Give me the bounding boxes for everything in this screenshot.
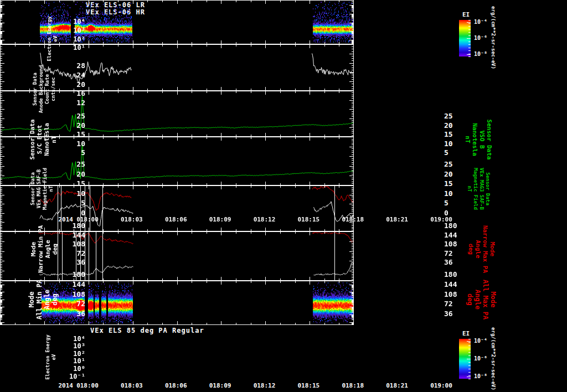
axis-label-line: All Max PA: [482, 279, 489, 319]
colorbar-minor-tick: [468, 29, 471, 30]
y-tick-label-right: 25: [444, 160, 470, 168]
colorbar-minor-tick: [468, 44, 471, 45]
vex-mag-saf-b-magnetic-field-right-axis-label: Sensor DataVEx MAG3 SAF-BMagnetic Fieldn…: [466, 168, 491, 210]
colorbar-minor-tick: [468, 48, 471, 48]
axis-label-line: Angle: [43, 279, 51, 319]
y-tick-label-left: 15: [60, 130, 85, 138]
y-tick-label-left: 10¹: [60, 357, 85, 365]
axis-label-line: Nanotesla: [471, 119, 478, 159]
colorbar-minor-tick: [468, 20, 471, 20]
colorbar-minor-tick: [468, 352, 471, 353]
axis-label-line: Narrow Min PA: [37, 225, 44, 272]
axis-label-line: deg: [51, 225, 59, 272]
y-tick-label-right: 72: [444, 249, 470, 257]
axis-label-line: Angle: [44, 225, 51, 272]
y-tick-label-left: 10⁴: [60, 18, 85, 25]
time-tick-label-bot: 018:06: [158, 382, 194, 389]
y-tick-label-left: 10: [60, 140, 85, 148]
y-tick-label-right: 36: [444, 258, 470, 266]
axis-label-line: nT: [48, 168, 54, 210]
y-tick-label-left: 144: [60, 280, 85, 288]
axis-label-line: Mode: [489, 225, 496, 272]
time-tick-label-bot: 018:15: [291, 382, 326, 389]
axis-label-line: cnts/sec: [50, 65, 56, 114]
y-tick-label-left: 12: [60, 99, 85, 107]
axis-label-line: VEx MAG3 SAF-B: [478, 168, 484, 210]
colorbar-minor-tick: [468, 362, 471, 363]
colorbar-minor-tick: [468, 379, 471, 379]
y-tick-label-left: 10³: [60, 342, 85, 350]
colorbar-minor-tick: [468, 365, 471, 366]
axis-label-line: Nanotesla: [43, 119, 50, 159]
y-tick-label-left: 10: [60, 189, 85, 198]
axis-label-line: S/C Btot: [36, 119, 43, 159]
y-tick-label-left: 144: [60, 231, 85, 239]
colorbar-major-tick: [467, 376, 471, 377]
axis-label-line: Mode: [489, 279, 497, 319]
axis-label-line: Magnetic Field: [472, 168, 478, 210]
colorbar-minor-tick: [468, 375, 471, 376]
y-tick-label-left: 0: [60, 209, 85, 217]
y-tick-label-left: 28: [60, 61, 85, 70]
y-tick-label-left: 108: [60, 290, 85, 298]
colorbar-bottom-unit: erg/(cm**2-sr-sec-eV): [491, 327, 496, 390]
time-tick-label-bot: 018:18: [335, 382, 370, 389]
y-tick-label-left: 72: [60, 300, 85, 308]
colorbar-major-tick: [467, 38, 471, 39]
axis-label-line: nT: [50, 119, 58, 159]
y-tick-label-left: 25: [60, 112, 85, 120]
colorbar-minor-tick: [468, 339, 471, 339]
colorbar-minor-tick: [468, 23, 471, 24]
y-tick-label-left: 36: [60, 310, 85, 318]
colorbar-minor-tick: [468, 345, 471, 346]
axis-label-line: Narrow Max PA: [482, 225, 489, 272]
y-tick-label-right: 0: [444, 209, 470, 217]
time-tick-label-mid: 018:12: [247, 216, 282, 223]
colorbar-minor-tick: [468, 355, 471, 356]
y-tick-label-left: 20: [60, 170, 85, 178]
colorbar-top-unit: erg/(cm**2-sr-sec-eV): [491, 6, 496, 69]
time-tick-label-mid: 018:03: [114, 216, 150, 223]
y-tick-label-left: 10²: [60, 35, 85, 43]
y-tick-label-left: 15: [60, 179, 85, 188]
colorbar-bottom-label: EI: [458, 330, 474, 337]
axis-label-line: All Min PA: [35, 279, 43, 319]
axis-label-line: deg: [467, 225, 475, 272]
colorbar-tick-label: 10⁻⁸: [474, 373, 487, 379]
colorbar-minor-tick: [468, 35, 471, 36]
axis-label-line: eV: [53, 16, 59, 61]
time-tick-label-bot: 019:00: [424, 382, 459, 389]
electron-energy-spectrogram-els06-left-axis-label: Electron EnergyeV: [47, 16, 59, 61]
axis-label-line: Electron Energy: [47, 16, 53, 61]
y-tick-label-left: 25: [60, 160, 85, 168]
y-tick-label-left: 36: [60, 258, 85, 266]
axis-label-line: Anode Background: [38, 65, 44, 114]
axis-label-line: Sensor Data: [30, 168, 36, 210]
vex-mag-saf-b-magnetic-field-left-axis-label: Sensor DataVEx MAG SAF-BMagnetic FieldnT: [30, 168, 54, 210]
anode-background-count-rate-left-axis-label: Sensor DataAnode BackgroundCount Ratecnt…: [32, 65, 56, 114]
colorbar-major-tick: [467, 22, 471, 23]
y-tick-label-left: 24: [60, 71, 85, 79]
axis-label-line: Magnetic Field: [42, 168, 48, 210]
axis-label-line: Electron Energy: [45, 334, 51, 379]
time-tick-label-bot: 018:12: [247, 382, 282, 389]
y-tick-label-left: 5: [60, 148, 85, 157]
sc-btot-magnetic-field-right-axis-label: Sensor DataVSO BNanoteslanT: [464, 119, 493, 159]
axis-label-line: Sensor Data: [486, 119, 493, 159]
colorbar-top-label: EI: [458, 11, 474, 18]
time-tick-label-bot: 018:21: [379, 382, 415, 389]
mode-all-pa-angle-right-axis-label: ModeAll Max PAAngledeg: [466, 279, 497, 319]
axis-label-line: Mode: [30, 225, 37, 272]
axis-label-line: deg: [466, 279, 474, 319]
y-tick-label-left: 20: [60, 121, 85, 130]
y-tick-label-left: 5: [60, 199, 85, 207]
mode-narrow-pa-angle-left-axis-label: ModeNarrow Min PAAngledeg: [30, 225, 59, 272]
colorbar-minor-tick: [468, 32, 471, 33]
y-tick-label-right: 180: [444, 221, 470, 230]
colorbar-minor-tick: [468, 342, 471, 343]
axis-label-line: Angle: [474, 279, 482, 319]
colorbar-major-tick: [467, 54, 471, 55]
colorbar-major-tick: [467, 341, 471, 342]
mode-all-pa-angle-left-axis-label: ModeAll Min PAAngledeg: [28, 279, 59, 319]
time-tick-label-mid: 018:09: [203, 216, 238, 223]
